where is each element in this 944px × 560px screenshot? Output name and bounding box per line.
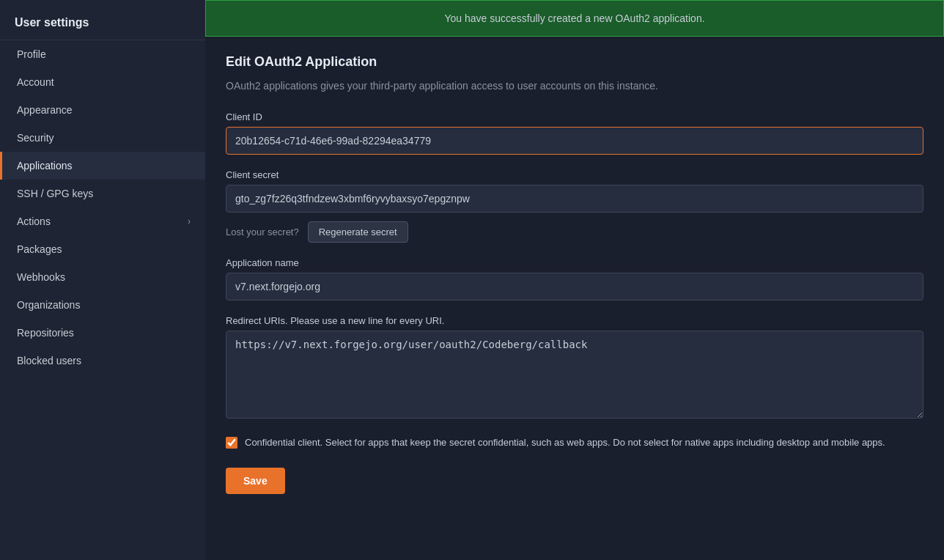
app-name-label: Application name (226, 257, 923, 268)
client-secret-group: Client secret (226, 169, 923, 213)
app-name-input[interactable] (226, 273, 923, 301)
redirect-uris-input[interactable] (226, 331, 923, 419)
sidebar-item-label-packages: Packages (17, 243, 62, 255)
client-id-label: Client ID (226, 111, 923, 122)
app-name-group: Application name (226, 257, 923, 301)
sidebar-item-blocked-users[interactable]: Blocked users (0, 347, 205, 375)
sidebar-item-organizations[interactable]: Organizations (0, 291, 205, 319)
client-id-input[interactable] (226, 127, 923, 155)
success-banner: You have successfully created a new OAut… (205, 0, 944, 37)
sidebar-title: User settings (0, 6, 205, 40)
form-area: Edit OAuth2 Application OAuth2 applicati… (205, 37, 944, 512)
lost-secret-row: Lost your secret? Regenerate secret (226, 221, 923, 243)
client-secret-label: Client secret (226, 169, 923, 180)
sidebar-item-label-ssh-gpg-keys: SSH / GPG keys (17, 188, 93, 199)
sidebar-item-label-actions: Actions (17, 215, 51, 227)
sidebar-item-label-blocked-users: Blocked users (17, 355, 81, 366)
redirect-uris-group: Redirect URIs. Please use a new line for… (226, 315, 923, 421)
save-button[interactable]: Save (226, 468, 285, 494)
redirect-uris-label: Redirect URIs. Please use a new line for… (226, 315, 923, 326)
main-content: You have successfully created a new OAut… (205, 0, 944, 560)
sidebar-nav: ProfileAccountAppearanceSecurityApplicat… (0, 40, 205, 375)
sidebar-item-label-repositories: Repositories (17, 327, 74, 339)
sidebar-item-account[interactable]: Account (0, 68, 205, 96)
sidebar-item-repositories[interactable]: Repositories (0, 319, 205, 347)
sidebar-item-label-account: Account (17, 76, 54, 88)
sidebar-item-label-security: Security (17, 132, 54, 144)
sidebar-item-actions[interactable]: Actions› (0, 207, 205, 235)
client-secret-input[interactable] (226, 185, 923, 213)
sidebar: User settings ProfileAccountAppearanceSe… (0, 0, 205, 560)
layout: User settings ProfileAccountAppearanceSe… (0, 0, 944, 560)
sidebar-item-security[interactable]: Security (0, 124, 205, 152)
sidebar-item-label-profile: Profile (17, 48, 46, 60)
confidential-label[interactable]: Confidential client. Select for apps tha… (245, 435, 885, 450)
lost-secret-text: Lost your secret? (226, 226, 299, 237)
sidebar-item-packages[interactable]: Packages (0, 235, 205, 263)
sidebar-item-webhooks[interactable]: Webhooks (0, 263, 205, 291)
confidential-row: Confidential client. Select for apps tha… (226, 435, 923, 450)
sidebar-item-label-webhooks: Webhooks (17, 271, 65, 283)
sidebar-item-ssh-gpg-keys[interactable]: SSH / GPG keys (0, 180, 205, 207)
form-title: Edit OAuth2 Application (226, 54, 923, 70)
confidential-checkbox[interactable] (226, 437, 237, 449)
sidebar-item-applications[interactable]: Applications (0, 152, 205, 180)
sidebar-item-appearance[interactable]: Appearance (0, 96, 205, 124)
sidebar-item-label-appearance: Appearance (17, 104, 73, 116)
regenerate-secret-button[interactable]: Regenerate secret (308, 221, 408, 243)
sidebar-item-label-organizations: Organizations (17, 299, 80, 311)
chevron-right-icon: › (188, 216, 191, 226)
sidebar-item-profile[interactable]: Profile (0, 40, 205, 68)
form-description: OAuth2 applications gives your third-par… (226, 78, 923, 94)
sidebar-item-label-applications: Applications (17, 160, 73, 172)
client-id-group: Client ID (226, 111, 923, 155)
success-banner-text: You have successfully created a new OAut… (444, 12, 704, 24)
